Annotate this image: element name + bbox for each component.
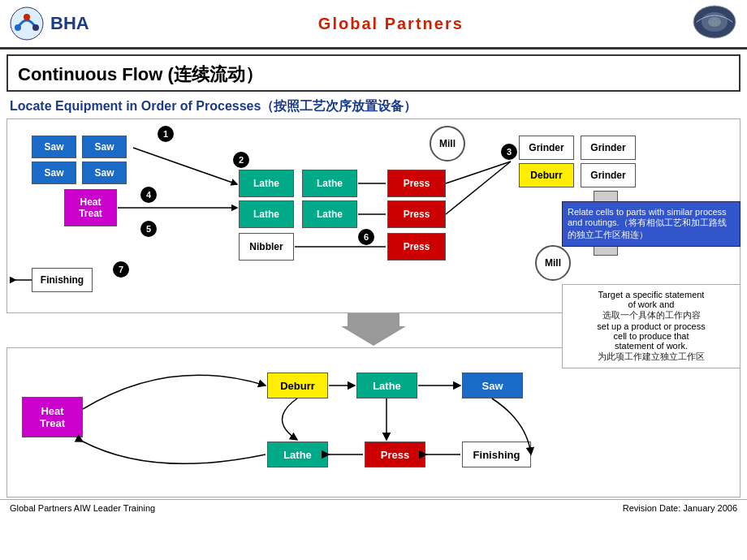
info-white-line7: 为此项工作建立独立工作区 [568,351,735,363]
saw-box-1: Saw [32,136,76,158]
info-white-line3: 选取一个具体的工作内容 [568,309,735,321]
num-1: 1 [158,126,174,142]
grinder-box-2: Grinder [581,136,636,160]
mill-box-1: Mill [430,126,465,162]
nibbler-box: Nibbler [239,233,294,261]
info-box-white: Target a specific statement of work and … [562,284,741,368]
svg-point-3 [24,14,30,20]
svg-point-2 [32,24,39,31]
title-section: Continuous Flow (连续流动） [6,54,741,92]
svg-line-10 [446,162,511,183]
saw-box-5: Saw [462,373,523,398]
svg-line-7 [133,148,237,184]
heat-treat-box-1: HeatTreat [64,189,117,226]
heat-treat-box-2: HeatTreat [22,397,83,437]
header-logo-right [693,5,737,42]
company-name: BHA [50,13,89,34]
press-box-2: Press [387,200,446,228]
deburr-box-1: Deburr [519,163,574,187]
bottom-flow-arrows [7,348,740,497]
main-title: Continuous Flow (连续流动） [18,64,263,84]
svg-point-6 [708,17,721,27]
deburr-box-2: Deburr [267,373,328,398]
info-white-line6: statement of work. [568,341,735,351]
svg-point-0 [11,7,43,40]
footer-right: Revision Date: January 2006 [623,503,737,513]
big-arrow-head [341,326,406,346]
finishing-box-1: Finishing [32,268,93,292]
press-box-4: Press [365,442,425,467]
num-2: 2 [233,152,249,168]
lathe-box-1: Lathe [239,170,294,197]
saw-box-3: Saw [32,162,76,184]
footer: Global Partners AIW Leader Training Revi… [0,499,747,516]
press-box-3: Press [387,233,446,261]
lathe-box-5: Lathe [356,373,417,398]
header-left: BHA [10,6,89,41]
info-box-blue: Relate cells to parts with similar proce… [562,201,741,247]
svg-line-11 [446,162,511,214]
num-7: 7 [113,261,129,278]
grinder-box-1: Grinder [519,136,574,160]
grinder-box-3: Grinder [581,163,636,187]
header: BHA Global Partners [0,0,747,50]
mill-box-2: Mill [535,245,571,281]
lathe-box-3: Lathe [239,200,294,228]
num-4: 4 [140,187,157,203]
bottom-section: HeatTreat Deburr Lathe Saw Lathe Press F… [6,347,741,498]
finishing-box-2: Finishing [462,442,531,467]
lathe-box-2: Lathe [302,170,357,197]
lathe-box-4: Lathe [302,200,357,228]
subtitle: Locate Equipment in Order of Processes（按… [0,95,747,118]
info-white-line2: of work and [568,299,735,309]
info-white-line5: cell to produce that [568,331,735,341]
footer-left: Global Partners AIW Leader Training [10,503,155,513]
saw-box-2: Saw [82,136,127,158]
info-blue-text: Relate cells to parts with similar proce… [568,207,727,239]
info-white-line4: set up a product or process [568,321,735,331]
saw-box-4: Saw [82,162,127,184]
lathe-box-6: Lathe [267,442,328,467]
bha-logo-icon [10,6,44,41]
svg-point-1 [15,24,21,31]
num-5: 5 [140,221,157,237]
num-6: 6 [358,229,374,245]
num-3: 3 [501,144,517,160]
press-box-1: Press [387,170,446,197]
header-title: Global Partners [318,15,464,33]
info-white-line1: Target a specific statement [568,290,735,299]
